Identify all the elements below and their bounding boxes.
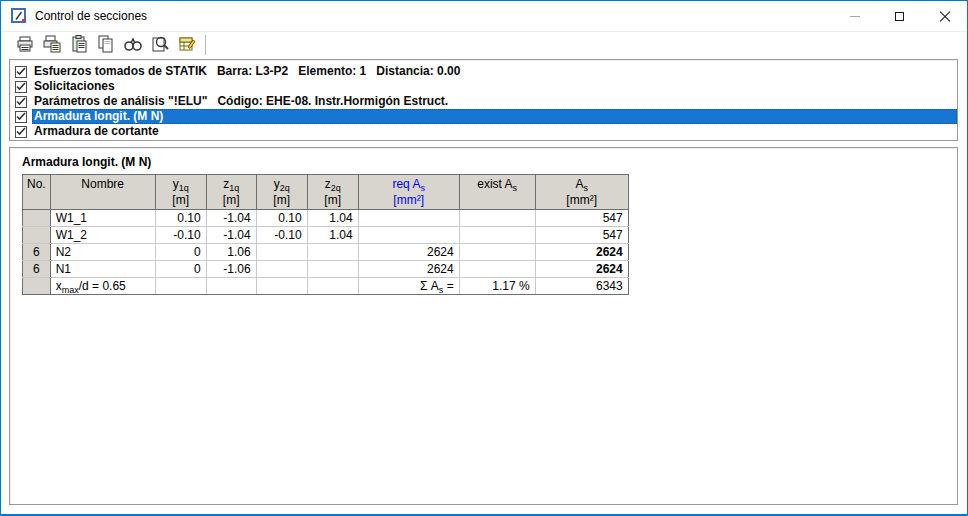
preview-icon (150, 35, 170, 56)
column-header: y2q[m] (256, 175, 307, 210)
find-button[interactable] (119, 33, 146, 57)
table-cell (459, 227, 535, 244)
column-header: req As[mm²] (358, 175, 459, 210)
checkbox-checked-icon[interactable] (15, 66, 27, 78)
checklist-item-label[interactable]: Solicitaciones (32, 79, 957, 94)
table-cell: xmax/d = 0.65 (50, 278, 155, 295)
table-cell (459, 244, 535, 261)
column-header: z1q[m] (206, 175, 256, 210)
table-cell: N1 (50, 261, 155, 278)
column-header: No. (23, 175, 51, 210)
table-cell: -1.06 (206, 261, 256, 278)
table-row: 6N201.0626242624 (23, 244, 629, 261)
copy-icon (96, 35, 116, 56)
column-header: z2q[m] (307, 175, 358, 210)
table-cell (358, 210, 459, 227)
checkbox-checked-icon[interactable] (15, 96, 27, 108)
checklist-item-label[interactable]: Armadura de cortante (32, 124, 957, 139)
row-number-cell (23, 278, 51, 295)
table-cell: 0.10 (155, 210, 206, 227)
row-number-cell: 6 (23, 261, 51, 278)
table-cell: 0 (155, 244, 206, 261)
row-number-cell (23, 227, 51, 244)
checklist-item[interactable]: Parámetros de análisis "!ELU" Código: EH… (15, 94, 957, 109)
table-cell: 1.04 (307, 227, 358, 244)
table-cell: -0.10 (155, 227, 206, 244)
edit-properties-icon (177, 35, 197, 56)
minimize-icon (850, 16, 860, 17)
table-cell: -1.04 (206, 210, 256, 227)
table-cell: 547 (535, 227, 628, 244)
report-title: Armadura longit. (M N) (10, 148, 957, 174)
row-number-cell: 6 (23, 244, 51, 261)
table-cell: 2624 (535, 244, 628, 261)
row-number-cell (23, 210, 51, 227)
maximize-icon (895, 12, 904, 21)
toolbar (1, 31, 967, 58)
table-cell (307, 261, 358, 278)
table-cell: W1_1 (50, 210, 155, 227)
table-cell: 6343 (535, 278, 628, 295)
table-cell: -0.10 (256, 227, 307, 244)
table-row: W1_2-0.10-1.04-0.101.04547 (23, 227, 629, 244)
checklist-item-label[interactable]: Armadura longit. (M N) (32, 109, 957, 124)
paste-button[interactable] (65, 33, 92, 57)
close-button[interactable] (922, 1, 967, 31)
checklist-item[interactable]: Armadura de cortante (15, 124, 957, 139)
toolbar-separator (205, 35, 206, 55)
column-header: exist As (459, 175, 535, 210)
close-icon (939, 11, 950, 22)
print-button[interactable] (11, 33, 38, 57)
checklist-item-label[interactable]: Parámetros de análisis "!ELU" Código: EH… (32, 94, 957, 109)
checklist-item[interactable]: Solicitaciones (15, 79, 957, 94)
column-header: y1q[m] (155, 175, 206, 210)
table-cell: 2624 (358, 244, 459, 261)
window-title: Control de secciones (35, 9, 147, 23)
table-row: xmax/d = 0.65Σ As =1.17 %6343 (23, 278, 629, 295)
app-icon (11, 8, 27, 24)
table-cell: 1.04 (307, 210, 358, 227)
table-cell: -1.04 (206, 227, 256, 244)
checkbox-checked-icon[interactable] (15, 111, 27, 123)
reinforcement-table: No.Nombrey1q[m]z1q[m]y2q[m]z2q[m]req As[… (22, 174, 629, 295)
checklist-item[interactable]: Armadura longit. (M N) (15, 109, 957, 124)
title-bar: Control de secciones (1, 1, 967, 31)
paste-icon (69, 35, 89, 56)
table-cell (307, 278, 358, 295)
column-header: As[mm²] (535, 175, 628, 210)
table-row: W1_10.10-1.040.101.04547 (23, 210, 629, 227)
table-cell: N2 (50, 244, 155, 261)
table-row: 6N10-1.0626242624 (23, 261, 629, 278)
table-cell: W1_2 (50, 227, 155, 244)
print-icon (15, 35, 35, 56)
find-icon (123, 35, 143, 56)
table-cell: 2624 (535, 261, 628, 278)
report-panel: Armadura longit. (M N) No.Nombrey1q[m]z1… (9, 147, 958, 505)
minimize-button[interactable] (832, 1, 877, 31)
table-cell (459, 261, 535, 278)
checklist-item-label[interactable]: Esfuerzos tomados de STATIK Barra: L3-P2… (32, 64, 957, 79)
table-cell: 2624 (358, 261, 459, 278)
table-cell: 0.10 (256, 210, 307, 227)
print-setup-button[interactable] (38, 33, 65, 57)
table-cell: 547 (535, 210, 628, 227)
table-cell (256, 244, 307, 261)
preview-button[interactable] (146, 33, 173, 57)
print-setup-icon (42, 35, 62, 56)
table-cell: Σ As = (358, 278, 459, 295)
table-cell: 1.17 % (459, 278, 535, 295)
checkbox-checked-icon[interactable] (15, 126, 27, 138)
table-cell (459, 210, 535, 227)
table-cell (256, 278, 307, 295)
table-cell (256, 261, 307, 278)
table-cell (358, 227, 459, 244)
checklist-item[interactable]: Esfuerzos tomados de STATIK Barra: L3-P2… (15, 64, 957, 79)
table-cell (307, 244, 358, 261)
copy-button[interactable] (92, 33, 119, 57)
edit-properties-button[interactable] (173, 33, 200, 57)
table-cell: 0 (155, 261, 206, 278)
maximize-button[interactable] (877, 1, 922, 31)
checkbox-checked-icon[interactable] (15, 81, 27, 93)
table-cell: 1.06 (206, 244, 256, 261)
dialog-control-de-secciones: Control de secciones Esfuerzos tomados d… (0, 0, 968, 516)
